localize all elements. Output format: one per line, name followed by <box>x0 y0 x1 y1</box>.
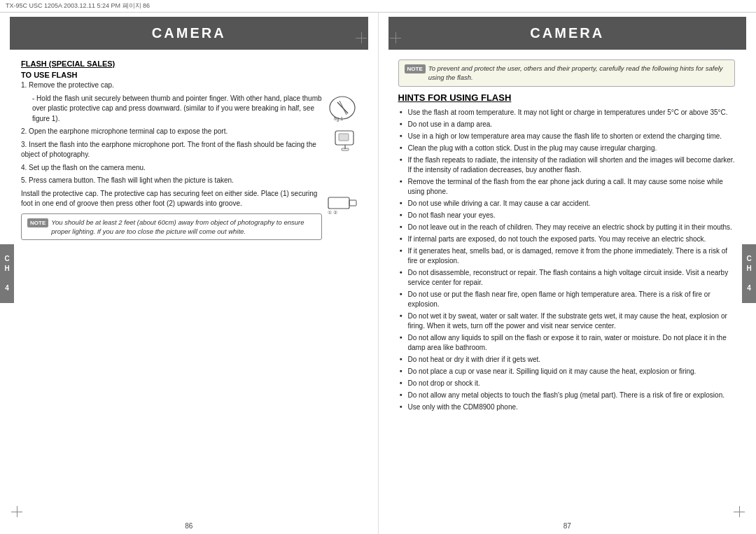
list-item: Do not wet it by sweat, water or salt wa… <box>398 311 736 332</box>
svg-rect-8 <box>328 197 349 209</box>
page-header-left: CAMERA <box>10 17 368 50</box>
list-item: Do not disassemble, reconstruct or repai… <box>398 267 736 289</box>
list-item: Do not drop or shock it. <box>398 378 736 390</box>
svg-rect-9 <box>349 200 356 206</box>
list-item: Do not use or put the flash near fire, o… <box>398 289 736 311</box>
step-4: 4. Set up the flash on the camera menu. <box>21 163 358 174</box>
ch-tab-right: CH4 <box>742 244 756 303</box>
subsection-title-use: TO USE FLASH <box>21 71 358 79</box>
list-item: Use in a high or low temperature area ma… <box>398 131 736 143</box>
page-number-left: 86 <box>0 519 378 534</box>
page-left: CH4 CAMERA FLASH (SPECIAL SALES) TO USE … <box>0 13 379 534</box>
list-item: Do not use while driving a car. It may c… <box>398 198 736 210</box>
list-item: Use the flash at room temperature. It ma… <box>398 107 736 119</box>
svg-text:fig.1: fig.1 <box>334 116 343 122</box>
hints-title: HINTS FOR USING FLASH <box>398 92 736 103</box>
list-item: Do not place a cup or vase near it. Spil… <box>398 366 736 378</box>
list-item: If it generates heat, smells bad, or is … <box>398 246 736 267</box>
top-bar: TX-95C USC 1205A 2003.12.11 5:24 PM 페이지 … <box>0 0 756 13</box>
svg-rect-5 <box>339 134 349 141</box>
list-item: If internal parts are exposed, do not to… <box>398 234 736 246</box>
svg-line-2 <box>340 101 346 115</box>
step-2: 2. Open the earphone microphone terminal… <box>21 127 358 137</box>
crosshair-bottom-left <box>11 506 22 517</box>
list-item: Remove the terminal of the flash from th… <box>398 176 736 198</box>
list-item: If the flash repeats to radiate, the int… <box>398 155 736 176</box>
install-text: ① ② Install the protective cap. The prot… <box>21 189 358 209</box>
list-item: Do not use in a damp area. <box>398 119 736 131</box>
flash-figure-2 <box>332 128 358 152</box>
list-item: Do not allow any liquids to spill on the… <box>398 332 736 354</box>
page-content-left: FLASH (SPECIAL SALES) TO USE FLASH 1. Re… <box>0 50 378 519</box>
note-box-left: NOTE You should be at least 2 feet (abou… <box>21 213 322 241</box>
crosshair-top-left-right-page <box>390 32 401 43</box>
flash-figure-1: fig.1 <box>327 94 358 122</box>
crosshair-bottom-right-right-page <box>734 506 745 517</box>
list-item: Use only with the CDM8900 phone. <box>398 402 736 414</box>
list-item: Do not heat or dry it with drier if it g… <box>398 354 736 366</box>
note-box-top-right: NOTE To prevent and protect the user, ot… <box>398 59 736 87</box>
note-label: NOTE <box>27 218 48 227</box>
hints-list: Use the flash at room temperature. It ma… <box>398 107 736 414</box>
page-number-right: 87 <box>379 519 757 534</box>
list-item: Do not flash near your eyes. <box>398 210 736 222</box>
crosshair-top-right <box>356 32 367 43</box>
page-right: CH4 CAMERA NOTE To prevent and protect t… <box>379 13 757 534</box>
ch-tab-left: CH4 <box>0 244 14 303</box>
list-item: Do not allow any metal objects to touch … <box>398 390 736 402</box>
page-header-right: CAMERA <box>388 17 747 50</box>
step-1: 1. Remove the protective cap. fig.1 - Ho… <box>21 80 358 124</box>
note-label-top: NOTE <box>405 64 426 73</box>
step-5: 5. Press camera button. The flash will l… <box>21 176 358 186</box>
list-item: Do not leave out in the reach of childre… <box>398 222 736 234</box>
section-title-flash: FLASH (SPECIAL SALES) <box>21 59 358 68</box>
svg-text:① ②: ① ② <box>328 210 337 215</box>
page-content-right: NOTE To prevent and protect the user, ot… <box>379 50 757 519</box>
list-item: Clean the plug with a cotton stick. Dust… <box>398 143 736 155</box>
flash-figure-install: ① ② <box>326 190 358 216</box>
step-3: 3. Insert the flash into the earphone mi… <box>21 140 358 160</box>
